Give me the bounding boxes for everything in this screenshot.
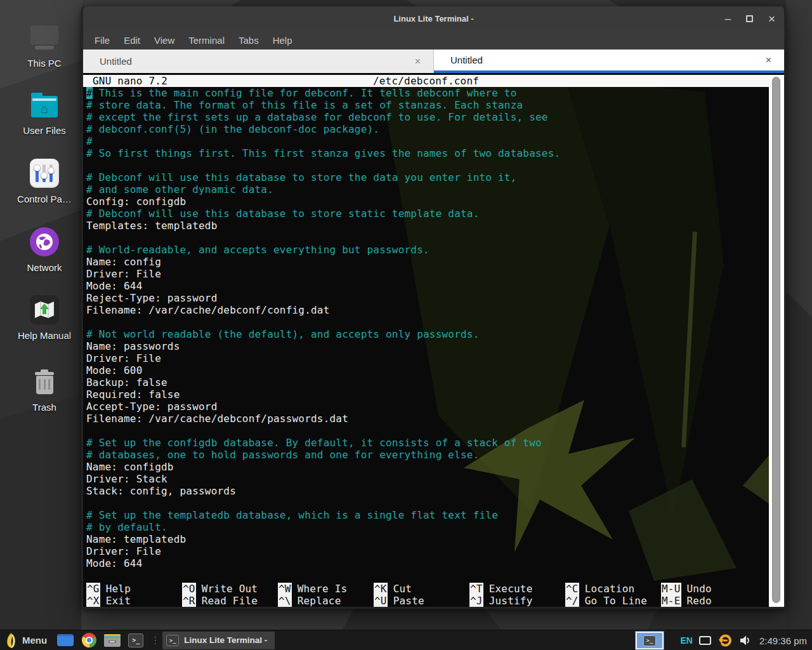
desktop-icon-label: This PC [3,58,86,69]
desktop-icon-network[interactable]: Network [3,226,86,273]
shortcut-key: ^U [374,595,388,607]
desktop-icon-label: Help Manual [3,330,86,341]
help-manual-map-icon [3,294,86,326]
terminal-screen[interactable]: GNU nano 7.2 /etc/debconf.conf # This is… [83,73,784,607]
tab-label: Untitled [434,55,483,65]
nano-shortcut-bar: ^GHelp^OWrite Out^WWhere Is^KCut^TExecut… [83,583,769,607]
nano-shortcut: M-UUndo [661,583,712,595]
tab-bar: Untitled × Untitled × [83,50,784,73]
menu-help[interactable]: Help [266,32,299,48]
terminal-line: Name: config [86,256,784,268]
tab-untitled-2-active[interactable]: Untitled × [434,50,784,73]
terminal-line: # [86,135,784,147]
nano-shortcut: ^KCut [374,583,469,595]
terminal-icon: >_ [166,635,179,646]
nano-shortcut: ^OWrite Out [182,583,278,595]
shortcut-label: Help [106,583,131,595]
terminal-line: # databases, one to hold passwords and o… [86,449,784,461]
terminal-line [86,232,784,244]
desktop-icon-control-panel[interactable]: Control Pa… [3,157,86,204]
terminal-line: Driver: File [86,545,784,557]
shortcut-row-1: ^GHelp^OWrite Out^WWhere Is^KCut^TExecut… [86,583,769,595]
maximize-button[interactable] [746,15,753,22]
menu-edit[interactable]: Edit [117,32,147,48]
terminal-line [86,497,784,509]
chrome-launcher[interactable] [79,632,98,649]
terminal-line: Driver: File [86,352,784,364]
terminal-line: Backup: false [86,376,784,388]
shortcut-label: Go To Line [585,595,647,607]
taskbar: Menu >_ >_ Linux Lite Terminal - >_ EN [0,630,812,650]
network-globe-icon [3,226,86,258]
shortcut-label: Where Is [298,583,348,595]
desktop-icon-label: User Files [3,125,86,136]
minimize-button[interactable]: – [724,13,730,24]
shortcut-label: Execute [489,583,533,595]
workspace-pager[interactable]: >_ [636,632,664,649]
nano-shortcut: ^/Go To Line [565,595,661,607]
terminal-line: Driver: File [86,268,784,280]
tab-untitled-1[interactable]: Untitled × [83,50,434,73]
archive-launcher[interactable] [103,632,122,649]
terminal-icon: >_ [128,633,143,647]
menu-tabs[interactable]: Tabs [232,32,266,48]
desktop-icon-this-pc[interactable]: This PC [3,22,86,69]
terminal-line: Name: templatedb [86,533,784,545]
terminal-scrollbar[interactable] [769,75,784,607]
shortcut-key: ^T [469,583,483,595]
terminal-line: # Debconf will use this database to stor… [86,208,784,220]
nano-shortcut: ^RRead File [182,595,278,607]
desktop-icon-help-manual[interactable]: Help Manual [3,294,86,341]
nano-shortcut: ^JJustify [469,595,565,607]
terminal-line: Config: configdb [86,196,784,208]
terminal-line: # Set up the configdb database. By defau… [86,437,784,449]
terminal-line: # Debconf will use this database to stor… [86,171,784,183]
terminal-menubar: File Edit View Terminal Tabs Help [83,30,784,50]
display-icon[interactable] [699,636,711,645]
terminal-line [86,316,784,328]
menu-terminal[interactable]: Terminal [181,32,232,48]
menu-button[interactable]: Menu [22,635,47,646]
control-panel-sliders-icon [3,157,86,189]
shortcut-key: M-E [661,595,681,607]
terminal-line: Name: configdb [86,461,784,473]
terminal-line: Filename: /var/cache/debconf/config.dat [86,304,784,316]
terminal-line: Driver: Stack [86,473,784,485]
nano-titlebar: GNU nano 7.2 /etc/debconf.conf [83,75,769,87]
menu-file[interactable]: File [88,32,117,48]
scrollbar-thumb[interactable] [772,77,780,603]
chrome-icon [82,633,96,647]
desktop-icon-label: Control Pa… [3,194,86,204]
clock[interactable]: 2:49:36 pm [759,635,807,646]
desktop-icon-user-files[interactable]: ⌂ User Files [3,89,86,136]
update-icon[interactable] [717,633,733,648]
terminal-launcher[interactable]: >_ [126,632,145,649]
file-manager-launcher[interactable] [56,632,75,649]
shortcut-label: Read File [202,595,258,607]
tab-close-icon[interactable]: × [766,55,771,66]
terminal-line: Stack: config, passwords [86,485,784,497]
archive-icon [104,634,121,647]
shortcut-key: ^W [278,583,292,595]
window-title: Linux Lite Terminal - [393,14,473,23]
terminal-line: Mode: 644 [86,557,784,569]
menu-view[interactable]: View [147,32,181,48]
linux-lite-menu-icon[interactable] [5,632,18,649]
shortcut-label: Cut [393,583,412,595]
close-button[interactable]: × [768,13,775,25]
terminal-line: # except the first sets up a database fo… [86,111,784,123]
shortcut-key: M-U [661,583,681,595]
desktop-icon-trash[interactable]: Trash [3,366,86,413]
terminal-line: # debconf.conf(5) (in the debconf-doc pa… [86,123,784,135]
nano-filename: /etc/debconf.conf [83,75,769,87]
keyboard-layout-indicator[interactable]: EN [680,635,692,646]
window-titlebar[interactable]: Linux Lite Terminal - – × [83,6,784,30]
shortcut-label: Redo [687,595,712,607]
speaker-icon[interactable] [739,634,752,647]
shortcut-label: Paste [393,595,424,607]
shortcut-label: Replace [298,595,341,607]
tab-close-icon[interactable]: × [415,56,421,67]
terminal-window: Linux Lite Terminal - – × File Edit View… [81,6,786,609]
terminal-line: # and some other dynamic data. [86,183,784,196]
taskbar-window-button[interactable]: >_ Linux Lite Terminal - [162,632,275,649]
